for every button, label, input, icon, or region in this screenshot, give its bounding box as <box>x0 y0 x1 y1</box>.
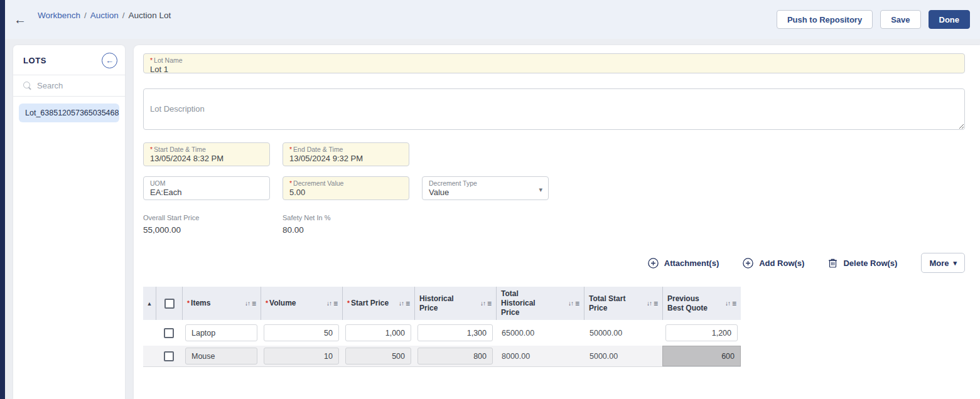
historical-price-input[interactable]: 1,300 <box>417 324 493 341</box>
breadcrumb-auction[interactable]: Auction <box>90 11 119 20</box>
items-input[interactable]: Mouse <box>185 348 257 364</box>
sidebar-title: LOTS <box>23 56 46 65</box>
add-rows-label: Add Row(s) <box>759 258 804 268</box>
select-all-checkbox[interactable] <box>164 299 175 309</box>
col-volume-label: Volume <box>266 299 296 308</box>
chevron-down-icon: ▾ <box>539 186 542 194</box>
sort-icon[interactable]: ↓↑ <box>245 300 250 307</box>
total-start-price-value: 5000.00 <box>587 352 618 361</box>
total-historical-price-value: 8000.00 <box>499 352 530 361</box>
safety-net: Safety Net In % 80.00 <box>283 214 422 235</box>
row-checkbox[interactable] <box>164 351 174 361</box>
column-menu-icon[interactable]: ≡ <box>252 299 256 308</box>
back-icon[interactable]: ← <box>14 13 26 26</box>
column-menu-icon[interactable]: ≡ <box>575 299 579 308</box>
start-price-input[interactable]: 1,000 <box>345 324 411 341</box>
end-date-label: End Date & Time <box>289 146 402 154</box>
safety-net-label: Safety Net In % <box>283 214 422 223</box>
expand-all-header[interactable]: ▲ <box>143 287 156 320</box>
volume-input[interactable]: 50 <box>264 324 339 341</box>
search-icon <box>23 82 31 90</box>
col-total-historical-price[interactable]: Total Historical Price↓↑≡ <box>496 287 584 320</box>
total-historical-price-value: 65000.00 <box>499 329 534 338</box>
column-menu-icon[interactable]: ≡ <box>406 299 410 308</box>
done-button[interactable]: Done <box>929 10 971 29</box>
plus-circle-icon <box>743 258 753 269</box>
decrement-type-select[interactable]: Decrement Type Value ▾ <box>422 176 549 200</box>
sidebar-search[interactable]: Search <box>13 75 125 97</box>
sort-icon[interactable]: ↓↑ <box>480 300 485 307</box>
decrement-value-field[interactable]: Decrement Value 5.00 <box>283 176 409 200</box>
col-start-price[interactable]: Start Price↓↑≡ <box>342 287 414 320</box>
delete-rows-label: Delete Row(s) <box>843 258 897 268</box>
save-button[interactable]: Save <box>880 10 920 29</box>
sidebar-item-lot[interactable]: Lot_638512057365035468 <box>19 104 119 122</box>
expand-triangle-icon: ▲ <box>147 301 153 307</box>
start-price-input[interactable]: 500 <box>345 348 411 364</box>
more-label: More <box>929 258 949 268</box>
col-total-historical-price-label: Total Historical Price <box>501 289 545 317</box>
uom-value: EA:Each <box>150 188 263 198</box>
uom-field[interactable]: UOM EA:Each <box>143 176 270 200</box>
column-menu-icon[interactable]: ≡ <box>732 299 736 308</box>
col-items-label: Items <box>187 299 210 308</box>
sort-icon[interactable]: ↓↑ <box>568 300 573 307</box>
sort-icon[interactable]: ↓↑ <box>725 300 730 307</box>
sort-icon[interactable]: ↓↑ <box>399 300 404 307</box>
more-button[interactable]: More ▾ <box>921 253 965 273</box>
lot-name-label: Lot Name <box>150 56 958 65</box>
col-historical-price[interactable]: Historical Price↓↑≡ <box>414 287 496 320</box>
breadcrumb-auction-lot: Auction Lot <box>129 11 171 20</box>
breadcrumb: Workbench / Auction / Auction Lot <box>38 11 171 20</box>
column-menu-icon[interactable]: ≡ <box>487 299 492 308</box>
breadcrumb-separator: / <box>122 11 125 20</box>
row-select-cell <box>156 346 182 366</box>
row-select-cell <box>156 322 182 343</box>
row-expand-cell[interactable] <box>143 322 156 343</box>
start-date-label: Start Date & Time <box>150 146 263 154</box>
column-menu-icon[interactable]: ≡ <box>333 299 338 308</box>
breadcrumb-workbench[interactable]: Workbench <box>38 11 80 20</box>
col-items[interactable]: Items↓↑≡ <box>182 287 261 320</box>
decrement-value-value: 5.00 <box>289 188 402 198</box>
items-input[interactable]: Laptop <box>185 324 257 341</box>
decrement-type-value: Value <box>429 188 542 198</box>
trash-icon <box>828 258 837 268</box>
plus-circle-icon <box>648 258 659 269</box>
attachments-label: Attachment(s) <box>664 258 719 268</box>
delete-rows-button[interactable]: Delete Row(s) <box>828 258 897 268</box>
col-volume[interactable]: Volume↓↑≡ <box>261 287 342 320</box>
row-checkbox[interactable] <box>164 328 174 338</box>
sort-icon[interactable]: ↓↑ <box>647 300 652 307</box>
overall-start-price-label: Overall Start Price <box>143 214 283 223</box>
lot-description-input[interactable] <box>144 89 964 129</box>
push-to-repository-button[interactable]: Push to Repository <box>777 10 873 29</box>
search-input[interactable]: Search <box>37 81 63 90</box>
volume-input[interactable]: 10 <box>264 348 339 364</box>
select-all-header <box>156 287 182 320</box>
previous-best-quote-input[interactable]: 1,200 <box>665 324 738 341</box>
top-bar: ← Workbench / Auction / Auction Lot Push… <box>5 0 980 39</box>
sidebar-collapse-button[interactable]: ← <box>102 53 117 68</box>
items-table: ▲ Items↓↑≡ Volume↓↑≡ Start Price↓↑≡ Hist… <box>143 287 741 367</box>
end-date-field[interactable]: End Date & Time 13/05/2024 9:32 PM <box>283 142 409 166</box>
grid-toolbar: Attachment(s) Add Row(s) Delete Row(s) M… <box>143 253 965 273</box>
col-total-start-price[interactable]: Total Start Price↓↑≡ <box>584 287 662 320</box>
uom-label: UOM <box>150 179 263 188</box>
overall-start-price-value: 55,000.00 <box>143 225 283 236</box>
lot-name-value: Lot 1 <box>150 65 958 75</box>
add-rows-button[interactable]: Add Row(s) <box>743 258 804 269</box>
start-date-field[interactable]: Start Date & Time 13/05/2024 8:32 PM <box>143 142 270 166</box>
lot-name-field[interactable]: Lot Name Lot 1 <box>143 53 965 73</box>
column-menu-icon[interactable]: ≡ <box>654 299 658 308</box>
decrement-type-label: Decrement Type <box>429 179 542 188</box>
decrement-value-label: Decrement Value <box>289 179 402 188</box>
left-rail <box>0 0 5 399</box>
row-expand-cell[interactable] <box>143 346 156 366</box>
attachments-button[interactable]: Attachment(s) <box>648 258 719 269</box>
sort-icon[interactable]: ↓↑ <box>326 300 331 307</box>
previous-best-quote-input-selected[interactable]: 600 <box>662 346 741 366</box>
historical-price-input[interactable]: 800 <box>417 348 493 364</box>
col-previous-best-quote[interactable]: Previous Best Quote↓↑≡ <box>662 287 741 320</box>
total-start-price-value: 50000.00 <box>587 329 622 338</box>
